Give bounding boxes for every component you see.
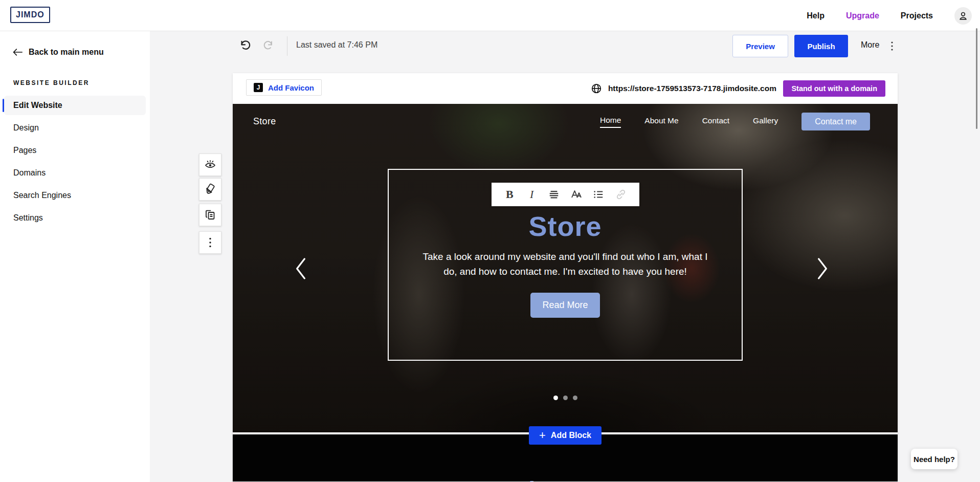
block-toolbar — [199, 154, 221, 254]
site-url: https://store-1759513573-7178.jimdosite.… — [608, 84, 776, 93]
eye-icon — [204, 159, 216, 171]
hero-section[interactable]: Store Home About Me Contact Gallery Cont… — [233, 104, 898, 432]
person-icon — [957, 10, 969, 21]
copy-icon — [204, 209, 216, 221]
duplicate-button[interactable] — [199, 204, 221, 226]
selected-text-block[interactable]: B I Store Take a look aro — [388, 169, 743, 361]
last-saved-status: Last saved at 7:46 PM — [296, 40, 377, 50]
style-button[interactable] — [199, 178, 221, 201]
sidebar-item-pages[interactable]: Pages — [4, 141, 146, 160]
visibility-button[interactable] — [199, 154, 221, 176]
carousel-dot-1[interactable] — [553, 396, 558, 400]
hero-title[interactable]: Store — [528, 210, 602, 242]
back-to-main-menu[interactable]: Back to main menu — [0, 31, 150, 57]
top-bar: JIMDO Help Upgrade Projects — [0, 0, 980, 31]
kebab-icon — [208, 237, 212, 248]
sidebar-section-title: WEBSITE BUILDER — [0, 57, 150, 86]
account-avatar[interactable] — [954, 7, 972, 25]
carousel-dot-3[interactable] — [573, 396, 577, 400]
carousel-dots — [233, 396, 898, 400]
link-button[interactable] — [613, 187, 629, 202]
help-link[interactable]: Help — [807, 11, 825, 20]
block-more-button[interactable] — [199, 231, 221, 254]
publish-button[interactable]: Publish — [794, 35, 848, 57]
read-more-button[interactable]: Read More — [530, 293, 600, 318]
sidebar: Back to main menu WEBSITE BUILDER Edit W… — [0, 31, 150, 482]
favicon-badge: J — [254, 83, 263, 92]
plus-icon: + — [539, 430, 546, 441]
back-arrow-icon — [12, 48, 23, 56]
nav-home[interactable]: Home — [600, 116, 621, 128]
site-header: Store Home About Me Contact Gallery Cont… — [233, 104, 898, 140]
align-button[interactable] — [546, 187, 562, 202]
editor-toolbar: Last saved at 7:46 PM Preview Publish Mo… — [150, 31, 980, 60]
site-nav: Home About Me Contact Gallery Contact me — [600, 113, 870, 130]
more-kebab-icon[interactable] — [885, 38, 899, 54]
jimdo-logo[interactable]: JIMDO — [10, 7, 50, 23]
upgrade-link[interactable]: Upgrade — [846, 11, 879, 20]
sidebar-item-domains[interactable]: Domains — [4, 163, 146, 183]
favicon-bar: J Add Favicon https://store-1759513573-7… — [233, 73, 898, 104]
carousel-prev-arrow[interactable] — [294, 257, 315, 280]
more-label[interactable]: More — [861, 40, 879, 50]
carousel-next-arrow[interactable] — [816, 257, 836, 280]
topbar-links: Help Upgrade Projects — [807, 0, 972, 31]
page-scrollbar[interactable] — [976, 28, 977, 129]
nav-contact[interactable]: Contact — [702, 116, 729, 127]
hero-body-text[interactable]: Take a look around my website and you'll… — [417, 249, 714, 279]
redo-button[interactable] — [261, 38, 277, 54]
bold-button[interactable]: B — [502, 187, 517, 202]
projects-link[interactable]: Projects — [901, 11, 933, 20]
nav-gallery[interactable]: Gallery — [753, 116, 778, 127]
style-swatches-icon — [204, 183, 216, 195]
domain-upsell-button[interactable]: Stand out with a domain — [783, 80, 885, 97]
sidebar-item-search-engines[interactable]: Search Engines — [4, 186, 146, 205]
sidebar-item-settings[interactable]: Settings — [4, 208, 146, 228]
nav-about-me[interactable]: About Me — [644, 116, 678, 127]
contact-me-button[interactable]: Contact me — [801, 113, 870, 130]
site-url-row: https://store-1759513573-7178.jimdosite.… — [591, 73, 776, 104]
site-preview: J Add Favicon https://store-1759513573-7… — [233, 73, 898, 482]
add-favicon-button[interactable]: J Add Favicon — [246, 79, 322, 96]
text-format-toolbar: B I — [492, 183, 639, 206]
about-me-title: About Me — [233, 478, 898, 481]
add-favicon-label: Add Favicon — [268, 83, 314, 92]
sidebar-items: Edit Website Design Pages Domains Search… — [0, 96, 150, 228]
carousel-dot-2[interactable] — [563, 396, 568, 400]
site-brand[interactable]: Store — [253, 116, 276, 127]
back-label: Back to main menu — [29, 48, 104, 57]
need-help-button[interactable]: Need help? — [911, 449, 957, 469]
toolbar-divider — [287, 36, 287, 56]
sidebar-item-design[interactable]: Design — [4, 118, 146, 138]
font-style-button[interactable] — [569, 187, 584, 202]
add-block-button[interactable]: + Add Block — [529, 426, 602, 445]
italic-button[interactable]: I — [524, 187, 540, 202]
list-button[interactable] — [591, 187, 606, 202]
jimdo-website-builder: JIMDO Help Upgrade Projects Back to main… — [0, 0, 980, 482]
undo-button[interactable] — [237, 38, 252, 54]
globe-icon — [591, 83, 602, 94]
add-block-label: Add Block — [551, 431, 591, 440]
preview-button[interactable]: Preview — [732, 35, 788, 57]
sidebar-item-edit-website[interactable]: Edit Website — [4, 96, 146, 115]
